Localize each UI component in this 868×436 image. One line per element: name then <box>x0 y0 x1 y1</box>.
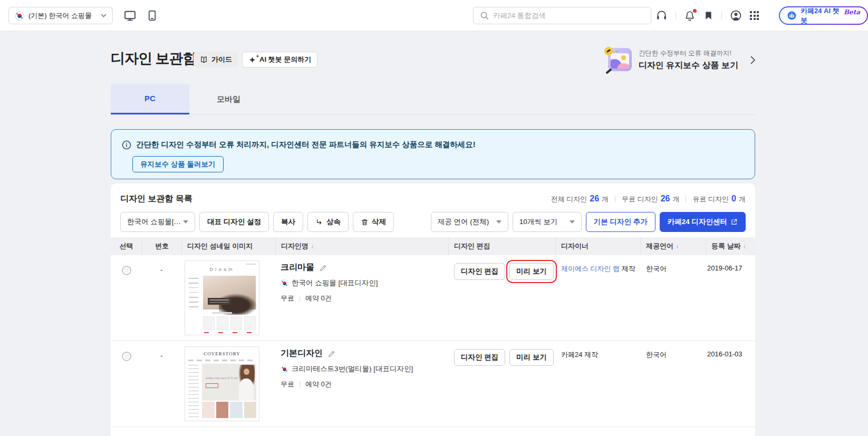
browse-maintenance-button[interactable]: 유지보수 상품 둘러보기 <box>132 156 224 172</box>
ai-contact-button[interactable]: + AI 챗봇 문의하기 <box>242 52 317 67</box>
thumbnail-banner-text: today new item 5 % dc <box>206 376 237 380</box>
table-row: - COVERSTORY today new item 5 % dc <box>111 341 755 427</box>
design-list-card: 디자인 보관함 목록 전체 디자인26개 무료 디자인26개 유료 디자인0개 … <box>111 183 755 436</box>
korea-flag-icon <box>281 279 288 287</box>
design-maintenance-illustration <box>604 47 632 73</box>
ai-chatbot-label: 카페24 AI 챗봇 <box>801 6 840 25</box>
sparkle-icon: + <box>248 56 256 64</box>
search-icon <box>480 11 489 20</box>
notification-dot <box>693 9 697 13</box>
language-filter-select[interactable]: 제공 언어 (전체) <box>431 212 508 232</box>
divider <box>721 12 722 20</box>
list-title: 디자인 보관함 목록 <box>120 193 192 205</box>
column-designer: 디자이너 <box>555 237 640 255</box>
count-free: 무료 디자인26개 <box>622 194 679 204</box>
sort-icon: ↓ <box>676 243 679 250</box>
korea-flag-icon <box>281 365 288 373</box>
column-select: 선택 <box>111 237 142 255</box>
design-language: 한국어 <box>640 255 706 341</box>
registered-date: 2019-06-17 <box>706 255 755 341</box>
maintenance-promo-banner[interactable]: 간단한 수정부터 오류 해결까지! 디자인 유지보수 상품 보기 <box>604 45 755 75</box>
sort-icon: ↓ <box>311 243 314 250</box>
row-number: - <box>160 266 162 341</box>
sort-icon: ↓ <box>743 243 746 250</box>
designer-link[interactable]: 제이에스 디자인 랩 <box>561 265 620 273</box>
beta-badge: Beta <box>844 8 860 16</box>
reservation-label: 예약 0건 <box>305 380 332 389</box>
ai-chatbot-button[interactable]: 카페24 AI 챗봇 Beta <box>779 6 868 25</box>
column-date[interactable]: 등록 날짜↓ <box>706 237 755 255</box>
delete-button[interactable]: 삭제 <box>353 212 394 232</box>
mobile-view-icon[interactable] <box>146 9 158 22</box>
promo-subtitle: 간단한 수정부터 오류 해결까지! <box>639 49 738 58</box>
column-design-name[interactable]: 디자인명↓ <box>275 237 448 255</box>
design-counts: 전체 디자인26개 무료 디자인26개 유료 디자인0개 <box>551 194 746 204</box>
ai-contact-button-label: AI 챗봇 문의하기 <box>259 55 311 64</box>
dropdown-arrow-icon <box>496 220 501 224</box>
dropdown-arrow-icon <box>570 220 575 224</box>
column-language[interactable]: 제공언어↓ <box>640 237 706 255</box>
design-thumbnail-coverstory[interactable]: COVERSTORY today new item 5 % dc <box>185 346 259 421</box>
list-toolbar: 한국어 쇼핑몰[… 대표 디자인 설정 복사 상속 삭제 제공 언어 (전체) … <box>111 212 755 232</box>
copy-button[interactable]: 복사 <box>273 212 303 232</box>
preview-button[interactable]: 미리 보기 <box>509 349 554 366</box>
designer-suffix: 카페24 제작 <box>561 351 598 359</box>
design-edit-button[interactable]: 디자인 편집 <box>454 349 505 366</box>
promo-title: 디자인 유지보수 상품 보기 <box>639 60 738 71</box>
design-filter-select[interactable]: 한국어 쇼핑몰[… <box>120 212 195 232</box>
table-row: - Dream 크리마몰 <box>111 255 755 341</box>
support-headset-icon[interactable] <box>655 9 668 22</box>
notice-message: 간단한 디자인 수정부터 오류 처리까지, 디자인센터 전문 파트너들의 유지보… <box>136 140 476 150</box>
preview-button-highlighted[interactable]: 미리 보기 <box>509 263 554 280</box>
design-language: 한국어 <box>640 341 706 427</box>
shop-selector-dropdown[interactable]: (기본) 한국어 쇼핑몰 <box>8 7 113 24</box>
shop-selector-label: (기본) 한국어 쇼핑몰 <box>28 11 92 21</box>
set-representative-button[interactable]: 대표 디자인 설정 <box>199 212 269 232</box>
guide-button[interactable]: 가이드 <box>194 52 238 67</box>
tab-mobile[interactable]: 모바일 <box>189 84 268 114</box>
notifications-bell-icon[interactable] <box>684 10 696 22</box>
shop-name: 크리마테스트3번(멀티몰) [대표디자인] <box>292 364 413 374</box>
account-icon[interactable] <box>730 9 742 22</box>
shop-name: 한국어 쇼핑몰 [대표디자인] <box>292 278 378 288</box>
tab-pc[interactable]: PC <box>111 84 189 114</box>
thumbnail-brand-text: Dream <box>185 267 259 272</box>
count-paid: 유료 디자인0개 <box>692 194 746 204</box>
bookmark-icon[interactable] <box>703 11 713 21</box>
robot-icon <box>787 11 797 21</box>
edit-name-pencil-icon[interactable] <box>319 264 327 272</box>
chevron-down-icon <box>101 14 107 17</box>
design-center-button[interactable]: 카페24 디자인센터 <box>660 212 746 232</box>
row-number: - <box>160 352 162 427</box>
column-design-edit: 디자인 편집 <box>448 237 555 255</box>
pc-view-icon[interactable] <box>123 9 137 22</box>
info-icon <box>122 140 131 150</box>
count-free-value: 26 <box>661 194 670 204</box>
search-input[interactable] <box>493 12 644 20</box>
table-header: 선택 번호 디자인 섬네일 이미지 디자인명↓ 디자인 편집 디자이너 제공언어… <box>111 237 755 255</box>
row-select-radio[interactable] <box>122 352 131 361</box>
book-icon <box>199 55 208 64</box>
design-edit-button[interactable]: 디자인 편집 <box>454 263 505 280</box>
trash-icon <box>361 218 369 226</box>
page-size-select[interactable]: 10개씩 보기 <box>513 212 582 232</box>
thumbnail-brand-text: COVERSTORY <box>185 351 259 356</box>
apps-grid-icon[interactable] <box>750 11 759 20</box>
row-select-radio[interactable] <box>122 266 131 275</box>
reservation-label: 예약 0건 <box>305 294 332 303</box>
chevron-right-icon[interactable] <box>750 56 755 64</box>
inherit-button[interactable]: 상속 <box>307 212 349 232</box>
external-link-icon <box>730 218 738 226</box>
design-thumbnail-dream[interactable]: Dream <box>185 260 259 335</box>
column-thumbnail: 디자인 섬네일 이미지 <box>181 237 275 255</box>
column-number: 번호 <box>142 237 181 255</box>
designer-suffix: 제작 <box>622 265 635 273</box>
registered-date: 2016-01-03 <box>706 341 755 427</box>
add-basic-design-button[interactable]: 기본 디자인 추가 <box>586 212 655 232</box>
dropdown-arrow-icon <box>183 220 188 224</box>
maintenance-notice-box: 간단한 디자인 수정부터 오류 처리까지, 디자인센터 전문 파트너들의 유지보… <box>111 129 755 179</box>
edit-name-pencil-icon[interactable] <box>327 350 336 358</box>
design-name: 기본디자인 <box>281 348 323 359</box>
global-search[interactable] <box>473 7 651 24</box>
price-label: 무료 <box>281 380 294 389</box>
